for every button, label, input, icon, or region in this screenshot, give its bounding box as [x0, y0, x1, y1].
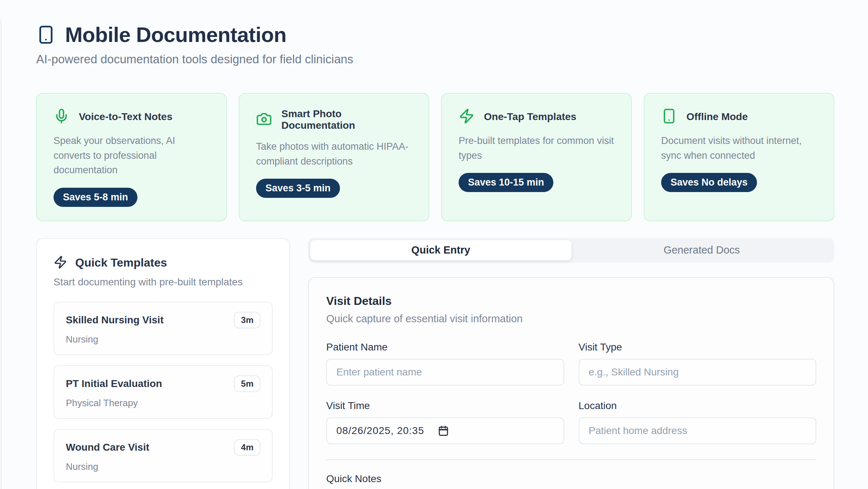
tab-generated-docs[interactable]: Generated Docs	[571, 240, 833, 260]
location-label: Location	[579, 400, 817, 412]
template-item-pt-initial-evaluation[interactable]: PT Initial Evaluation 5m Physical Therap…	[54, 365, 273, 419]
visit-details-title: Visit Details	[326, 294, 816, 308]
feature-card-smart-photo: Smart Photo Documentation Take photos wi…	[239, 93, 429, 221]
visit-details-subtitle: Quick capture of essential visit informa…	[326, 313, 816, 325]
feature-title: Smart Photo Documentation	[281, 108, 412, 131]
feature-cards: Voice-to-Text Notes Speak your observati…	[36, 93, 834, 221]
template-category: Physical Therapy	[66, 397, 260, 409]
patient-name-field-group: Patient Name	[326, 341, 564, 386]
template-category: Nursing	[66, 461, 260, 472]
feature-title: One-Tap Templates	[484, 111, 576, 123]
feature-card-header: Smart Photo Documentation	[256, 108, 412, 131]
visit-time-value: 08/26/2025, 20:35	[336, 425, 424, 437]
template-name: Skilled Nursing Visit	[66, 314, 163, 326]
location-field-group: Location	[579, 400, 817, 444]
quick-notes-field-group: Quick Notes	[326, 473, 816, 489]
tab-bar: Quick Entry Generated Docs	[308, 238, 834, 263]
feature-card-header: One-Tap Templates	[459, 108, 614, 126]
feature-card-header: Offline Mode	[661, 108, 817, 126]
time-saved-badge: Saves No delays	[661, 173, 757, 192]
time-saved-badge: Saves 5-8 min	[54, 188, 137, 207]
template-item-wound-care-visit[interactable]: Wound Care Visit 4m Nursing	[54, 429, 273, 482]
patient-name-input[interactable]	[326, 359, 564, 386]
feature-card-offline-mode: Offline Mode Document visits without int…	[644, 93, 834, 221]
feature-description: Pre-built templates for common visit typ…	[459, 133, 614, 163]
zap-icon	[459, 108, 475, 126]
page-header: Mobile Documentation	[36, 22, 834, 47]
feature-title: Offline Mode	[686, 111, 748, 123]
visit-time-input[interactable]: 08/26/2025, 20:35	[326, 417, 564, 444]
quick-templates-header: Quick Templates	[54, 255, 273, 271]
page-title: Mobile Documentation	[65, 22, 286, 47]
camera-icon	[256, 111, 272, 128]
feature-title: Voice-to-Text Notes	[79, 111, 173, 123]
time-saved-badge: Saves 3-5 min	[256, 179, 340, 198]
form-divider	[326, 459, 816, 460]
duration-badge: 3m	[234, 312, 260, 328]
visit-type-field-group: Visit Type	[579, 341, 817, 386]
panel-subtitle: Start documenting with pre-built templat…	[54, 276, 273, 288]
duration-badge: 4m	[234, 439, 260, 456]
template-row: PT Initial Evaluation 5m	[66, 375, 260, 392]
template-name: Wound Care Visit	[66, 442, 149, 453]
quick-notes-label: Quick Notes	[326, 473, 816, 485]
main-content: Quick Templates Start documenting with p…	[36, 238, 834, 489]
entry-section: Quick Entry Generated Docs Visit Details…	[308, 238, 834, 489]
template-item-skilled-nursing-visit[interactable]: Skilled Nursing Visit 3m Nursing	[54, 302, 273, 355]
template-list: Skilled Nursing Visit 3m Nursing PT Init…	[54, 302, 273, 489]
visit-details-card: Visit Details Quick capture of essential…	[308, 277, 834, 489]
duration-badge: 5m	[234, 375, 260, 392]
visit-time-field-group: Visit Time 08/26/2025, 20:35	[326, 400, 564, 444]
location-input[interactable]	[579, 417, 817, 444]
template-row: Skilled Nursing Visit 3m	[66, 312, 260, 328]
smartphone-icon	[661, 108, 677, 126]
panel-title: Quick Templates	[75, 256, 167, 269]
template-row: Wound Care Visit 4m	[66, 439, 260, 456]
smartphone-icon	[36, 25, 56, 44]
visit-type-label: Visit Type	[579, 341, 817, 353]
feature-card-voice-to-text: Voice-to-Text Notes Speak your observati…	[36, 93, 227, 221]
template-category: Nursing	[66, 333, 260, 345]
feature-description: Document visits without internet, sync w…	[661, 133, 817, 163]
zap-icon	[54, 255, 67, 271]
calendar-icon[interactable]	[424, 425, 449, 436]
template-name: PT Initial Evaluation	[66, 378, 162, 390]
feature-card-header: Voice-to-Text Notes	[54, 108, 209, 126]
visit-time-label: Visit Time	[326, 400, 564, 412]
feature-description: Speak your observations, AI converts to …	[54, 133, 209, 178]
feature-description: Take photos with automatic HIPAA-complia…	[256, 139, 412, 169]
tab-quick-entry[interactable]: Quick Entry	[310, 240, 571, 260]
patient-name-label: Patient Name	[326, 341, 564, 353]
page-left-edge-divider	[1, 20, 1, 489]
feature-card-one-tap-templates: One-Tap Templates Pre-built templates fo…	[441, 93, 632, 221]
mobile-documentation-page: Mobile Documentation AI-powered document…	[0, 0, 868, 489]
time-saved-badge: Saves 10-15 min	[459, 173, 553, 192]
mic-icon	[54, 108, 69, 126]
quick-templates-panel: Quick Templates Start documenting with p…	[36, 238, 290, 489]
visit-form-grid: Patient Name Visit Type Visit Time 08/26…	[326, 341, 816, 444]
page-subtitle: AI-powered documentation tools designed …	[36, 52, 834, 66]
visit-type-input[interactable]	[579, 359, 817, 386]
